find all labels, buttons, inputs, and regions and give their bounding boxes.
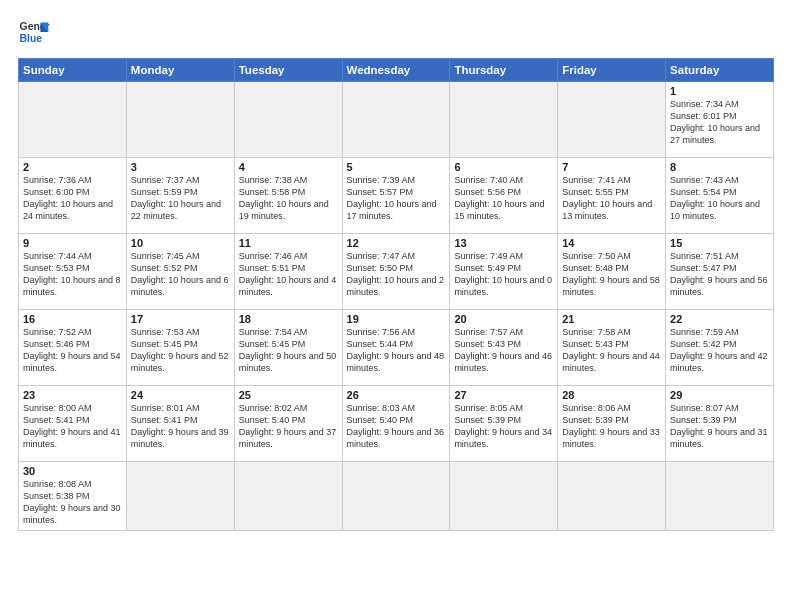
calendar-cell: 10Sunrise: 7:45 AM Sunset: 5:52 PM Dayli… (126, 234, 234, 310)
day-info: Sunrise: 8:06 AM Sunset: 5:39 PM Dayligh… (562, 402, 661, 451)
calendar-cell (234, 462, 342, 531)
day-number: 2 (23, 161, 122, 173)
calendar-cell (450, 82, 558, 158)
day-info: Sunrise: 7:59 AM Sunset: 5:42 PM Dayligh… (670, 326, 769, 375)
day-info: Sunrise: 7:40 AM Sunset: 5:56 PM Dayligh… (454, 174, 553, 223)
calendar-cell: 5Sunrise: 7:39 AM Sunset: 5:57 PM Daylig… (342, 158, 450, 234)
calendar-cell: 24Sunrise: 8:01 AM Sunset: 5:41 PM Dayli… (126, 386, 234, 462)
day-info: Sunrise: 7:38 AM Sunset: 5:58 PM Dayligh… (239, 174, 338, 223)
day-number: 30 (23, 465, 122, 477)
day-number: 4 (239, 161, 338, 173)
day-info: Sunrise: 7:51 AM Sunset: 5:47 PM Dayligh… (670, 250, 769, 299)
logo: General Blue (18, 16, 50, 48)
day-info: Sunrise: 8:01 AM Sunset: 5:41 PM Dayligh… (131, 402, 230, 451)
calendar-cell: 2Sunrise: 7:36 AM Sunset: 6:00 PM Daylig… (19, 158, 127, 234)
day-number: 28 (562, 389, 661, 401)
day-number: 20 (454, 313, 553, 325)
day-info: Sunrise: 7:53 AM Sunset: 5:45 PM Dayligh… (131, 326, 230, 375)
calendar-cell: 15Sunrise: 7:51 AM Sunset: 5:47 PM Dayli… (666, 234, 774, 310)
day-info: Sunrise: 7:47 AM Sunset: 5:50 PM Dayligh… (347, 250, 446, 299)
calendar-cell: 30Sunrise: 8:08 AM Sunset: 5:38 PM Dayli… (19, 462, 127, 531)
page: General Blue SundayMondayTuesdayWednesda… (0, 0, 792, 612)
day-info: Sunrise: 8:03 AM Sunset: 5:40 PM Dayligh… (347, 402, 446, 451)
day-number: 10 (131, 237, 230, 249)
weekday-header: Sunday (19, 59, 127, 82)
day-info: Sunrise: 8:08 AM Sunset: 5:38 PM Dayligh… (23, 478, 122, 527)
day-info: Sunrise: 8:02 AM Sunset: 5:40 PM Dayligh… (239, 402, 338, 451)
day-info: Sunrise: 7:36 AM Sunset: 6:00 PM Dayligh… (23, 174, 122, 223)
calendar-cell: 23Sunrise: 8:00 AM Sunset: 5:41 PM Dayli… (19, 386, 127, 462)
day-info: Sunrise: 7:34 AM Sunset: 6:01 PM Dayligh… (670, 98, 769, 147)
day-info: Sunrise: 7:46 AM Sunset: 5:51 PM Dayligh… (239, 250, 338, 299)
calendar-cell (126, 462, 234, 531)
weekday-header: Friday (558, 59, 666, 82)
weekday-header: Tuesday (234, 59, 342, 82)
day-number: 29 (670, 389, 769, 401)
day-info: Sunrise: 7:49 AM Sunset: 5:49 PM Dayligh… (454, 250, 553, 299)
calendar-cell (342, 462, 450, 531)
calendar-cell: 29Sunrise: 8:07 AM Sunset: 5:39 PM Dayli… (666, 386, 774, 462)
day-number: 11 (239, 237, 338, 249)
day-info: Sunrise: 7:37 AM Sunset: 5:59 PM Dayligh… (131, 174, 230, 223)
day-number: 15 (670, 237, 769, 249)
day-info: Sunrise: 7:50 AM Sunset: 5:48 PM Dayligh… (562, 250, 661, 299)
day-info: Sunrise: 7:41 AM Sunset: 5:55 PM Dayligh… (562, 174, 661, 223)
calendar-cell (19, 82, 127, 158)
calendar-cell (666, 462, 774, 531)
calendar-cell: 12Sunrise: 7:47 AM Sunset: 5:50 PM Dayli… (342, 234, 450, 310)
calendar-cell (450, 462, 558, 531)
calendar-cell: 25Sunrise: 8:02 AM Sunset: 5:40 PM Dayli… (234, 386, 342, 462)
calendar-cell: 16Sunrise: 7:52 AM Sunset: 5:46 PM Dayli… (19, 310, 127, 386)
calendar-cell (558, 462, 666, 531)
day-number: 13 (454, 237, 553, 249)
day-number: 25 (239, 389, 338, 401)
day-info: Sunrise: 7:45 AM Sunset: 5:52 PM Dayligh… (131, 250, 230, 299)
day-number: 17 (131, 313, 230, 325)
calendar-cell: 19Sunrise: 7:56 AM Sunset: 5:44 PM Dayli… (342, 310, 450, 386)
weekday-header: Saturday (666, 59, 774, 82)
day-info: Sunrise: 7:58 AM Sunset: 5:43 PM Dayligh… (562, 326, 661, 375)
calendar-cell: 1Sunrise: 7:34 AM Sunset: 6:01 PM Daylig… (666, 82, 774, 158)
calendar-cell: 6Sunrise: 7:40 AM Sunset: 5:56 PM Daylig… (450, 158, 558, 234)
weekday-header: Thursday (450, 59, 558, 82)
calendar-cell (126, 82, 234, 158)
day-number: 16 (23, 313, 122, 325)
calendar-cell: 20Sunrise: 7:57 AM Sunset: 5:43 PM Dayli… (450, 310, 558, 386)
day-info: Sunrise: 7:44 AM Sunset: 5:53 PM Dayligh… (23, 250, 122, 299)
calendar-cell: 4Sunrise: 7:38 AM Sunset: 5:58 PM Daylig… (234, 158, 342, 234)
day-number: 9 (23, 237, 122, 249)
day-info: Sunrise: 7:39 AM Sunset: 5:57 PM Dayligh… (347, 174, 446, 223)
calendar-cell: 7Sunrise: 7:41 AM Sunset: 5:55 PM Daylig… (558, 158, 666, 234)
day-info: Sunrise: 7:57 AM Sunset: 5:43 PM Dayligh… (454, 326, 553, 375)
day-number: 7 (562, 161, 661, 173)
weekday-header: Wednesday (342, 59, 450, 82)
day-number: 8 (670, 161, 769, 173)
day-info: Sunrise: 8:07 AM Sunset: 5:39 PM Dayligh… (670, 402, 769, 451)
day-number: 24 (131, 389, 230, 401)
calendar-cell (342, 82, 450, 158)
day-number: 14 (562, 237, 661, 249)
svg-text:Blue: Blue (20, 33, 43, 44)
calendar-cell: 26Sunrise: 8:03 AM Sunset: 5:40 PM Dayli… (342, 386, 450, 462)
day-info: Sunrise: 7:56 AM Sunset: 5:44 PM Dayligh… (347, 326, 446, 375)
calendar-cell: 21Sunrise: 7:58 AM Sunset: 5:43 PM Dayli… (558, 310, 666, 386)
day-info: Sunrise: 7:54 AM Sunset: 5:45 PM Dayligh… (239, 326, 338, 375)
header: General Blue (18, 16, 774, 48)
calendar-cell: 18Sunrise: 7:54 AM Sunset: 5:45 PM Dayli… (234, 310, 342, 386)
day-number: 21 (562, 313, 661, 325)
calendar-cell (234, 82, 342, 158)
calendar-cell: 14Sunrise: 7:50 AM Sunset: 5:48 PM Dayli… (558, 234, 666, 310)
calendar-cell: 8Sunrise: 7:43 AM Sunset: 5:54 PM Daylig… (666, 158, 774, 234)
day-number: 18 (239, 313, 338, 325)
day-number: 6 (454, 161, 553, 173)
calendar: SundayMondayTuesdayWednesdayThursdayFrid… (18, 58, 774, 531)
day-number: 1 (670, 85, 769, 97)
calendar-cell: 17Sunrise: 7:53 AM Sunset: 5:45 PM Dayli… (126, 310, 234, 386)
calendar-cell (558, 82, 666, 158)
day-info: Sunrise: 7:52 AM Sunset: 5:46 PM Dayligh… (23, 326, 122, 375)
day-info: Sunrise: 8:00 AM Sunset: 5:41 PM Dayligh… (23, 402, 122, 451)
day-info: Sunrise: 8:05 AM Sunset: 5:39 PM Dayligh… (454, 402, 553, 451)
day-number: 5 (347, 161, 446, 173)
generalblue-logo-icon: General Blue (18, 16, 50, 48)
calendar-cell: 11Sunrise: 7:46 AM Sunset: 5:51 PM Dayli… (234, 234, 342, 310)
